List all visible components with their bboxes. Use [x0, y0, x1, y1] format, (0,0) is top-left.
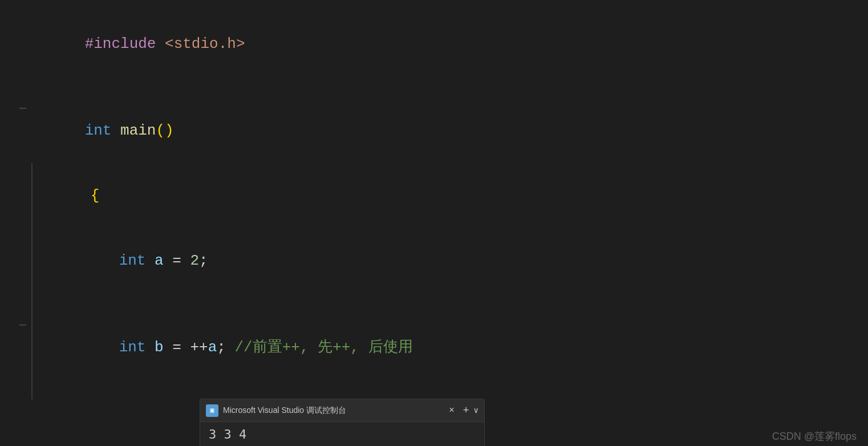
terminal-plus-button[interactable]: +: [463, 405, 469, 416]
terminal-title: Microsoft Visual Studio 调试控制台: [223, 406, 443, 416]
line-content-4: {: [37, 163, 868, 228]
code-line-7: ─ int b = ++a; //前置++, 先++, 后使用: [17, 315, 868, 380]
line-content-3: int main(): [31, 98, 868, 163]
terminal-panel: ▣ Microsoft Visual Studio 调试控制台 × + ∨ 3 …: [200, 399, 485, 446]
line-content-8: //等价于 a = a + 1;: [37, 380, 868, 399]
line-content-6: [37, 293, 868, 315]
indent-line-7: [31, 315, 33, 380]
code-editor: #include <stdio.h> ─ int main() { int a …: [0, 0, 868, 399]
code-line-2: [17, 76, 868, 98]
indent-line-6: [31, 293, 33, 315]
terminal-close-button[interactable]: ×: [449, 406, 455, 416]
watermark-text: CSDN @莲雾flops: [772, 431, 857, 442]
vs-icon: ▣: [206, 404, 218, 417]
code-line-4: {: [17, 163, 868, 228]
code-line-8: //等价于 a = a + 1;: [17, 380, 868, 399]
code-line-3: ─ int main(): [17, 98, 868, 163]
line-content-1: #include <stdio.h>: [31, 11, 868, 76]
vs-icon-text: ▣: [210, 406, 214, 415]
terminal-output: 3 3 4: [200, 422, 484, 446]
watermark: CSDN @莲雾flops: [772, 429, 857, 443]
code-line-6: [17, 293, 868, 315]
code-line-1: #include <stdio.h>: [17, 11, 868, 76]
line-content-7: int b = ++a; //前置++, 先++, 后使用: [37, 315, 868, 380]
fold-7: ─: [17, 315, 29, 336]
code-line-5: int a = 2;: [17, 228, 868, 293]
terminal-tab: ▣ Microsoft Visual Studio 调试控制台 × + ∨: [200, 399, 484, 422]
line-content-5: int a = 2;: [37, 228, 868, 293]
terminal-chevron-button[interactable]: ∨: [474, 406, 478, 415]
indent-line-4: [31, 163, 33, 228]
fold-3: ─: [17, 98, 29, 120]
terminal-output-text: 3 3 4: [209, 427, 246, 441]
line-content-2: [31, 76, 868, 98]
indent-line-5: [31, 228, 33, 293]
indent-line-8: [31, 380, 33, 399]
